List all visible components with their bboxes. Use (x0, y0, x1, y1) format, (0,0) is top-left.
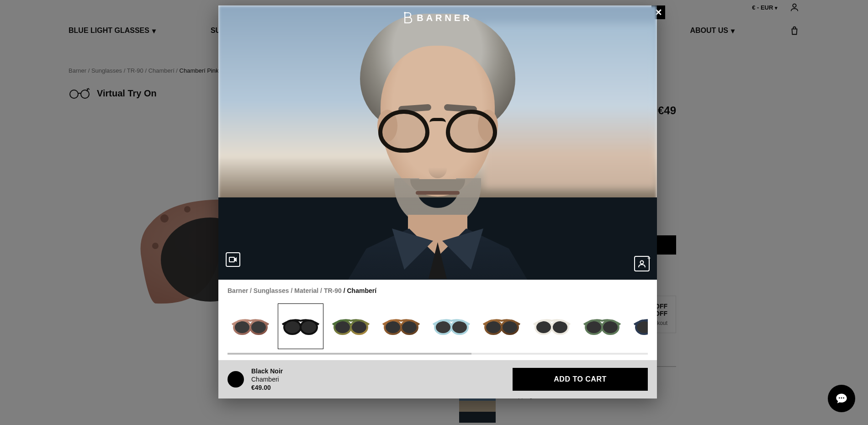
variant-black-noir[interactable] (278, 303, 323, 349)
selected-swatch (228, 371, 244, 388)
cta-label: ADD TO CART (554, 375, 606, 383)
selected-meta: Black Noir Chamberi €49.00 (251, 367, 283, 392)
selected-name: Black Noir (251, 367, 283, 375)
variant-scrollbar[interactable] (228, 353, 648, 355)
svg-point-36 (843, 397, 844, 398)
tryon-modal: ✕ BARNER (218, 5, 657, 398)
variant-pink-tortoise[interactable] (228, 303, 273, 349)
breadcrumb-link[interactable]: Sunglasses (254, 287, 289, 294)
breadcrumb-link[interactable]: TR-90 (324, 287, 342, 294)
svg-point-35 (841, 397, 842, 398)
svg-point-11 (404, 12, 406, 14)
svg-point-13 (640, 261, 644, 264)
video-icon (229, 256, 237, 263)
svg-point-34 (839, 397, 840, 398)
tryon-viewport[interactable]: BARNER + (218, 5, 657, 280)
variant-ivory[interactable] (529, 303, 575, 349)
breadcrumb-current: / Chamberí (344, 287, 376, 294)
variant-strip[interactable] (228, 303, 648, 351)
camera-toggle[interactable] (226, 252, 240, 267)
variant-navy[interactable] (630, 303, 648, 349)
person-icon (638, 260, 646, 268)
variant-tortoise[interactable] (479, 303, 524, 349)
buy-bar: Black Noir Chamberi €49.00 ADD TO CART (218, 360, 657, 398)
modal-body: Barner / Sunglasses / Material / TR-90 /… (218, 280, 657, 355)
selected-model: Chamberi (251, 375, 283, 383)
plus-icon: + (647, 255, 651, 261)
logo-text: BARNER (417, 13, 472, 23)
variant-havana[interactable] (378, 303, 424, 349)
modal-breadcrumb: Barner / Sunglasses / Material / TR-90 /… (228, 287, 648, 294)
chat-launcher[interactable] (828, 385, 855, 412)
svg-rect-12 (229, 257, 234, 262)
logo-icon (403, 12, 412, 24)
upload-photo-button[interactable]: + (634, 256, 650, 271)
variant-green-tortoise[interactable] (328, 303, 374, 349)
chat-icon (835, 392, 848, 405)
variant-light-blue[interactable] (429, 303, 474, 349)
brand-logo: BARNER (403, 12, 472, 24)
add-to-cart-button[interactable]: ADD TO CART (513, 368, 648, 391)
breadcrumb-link[interactable]: Barner (228, 287, 248, 294)
variant-military-green[interactable] (579, 303, 625, 349)
selected-price: €49.00 (251, 383, 283, 392)
breadcrumb-link[interactable]: Material (294, 287, 318, 294)
model-face (342, 14, 534, 270)
tryon-glasses-overlay (378, 110, 497, 151)
